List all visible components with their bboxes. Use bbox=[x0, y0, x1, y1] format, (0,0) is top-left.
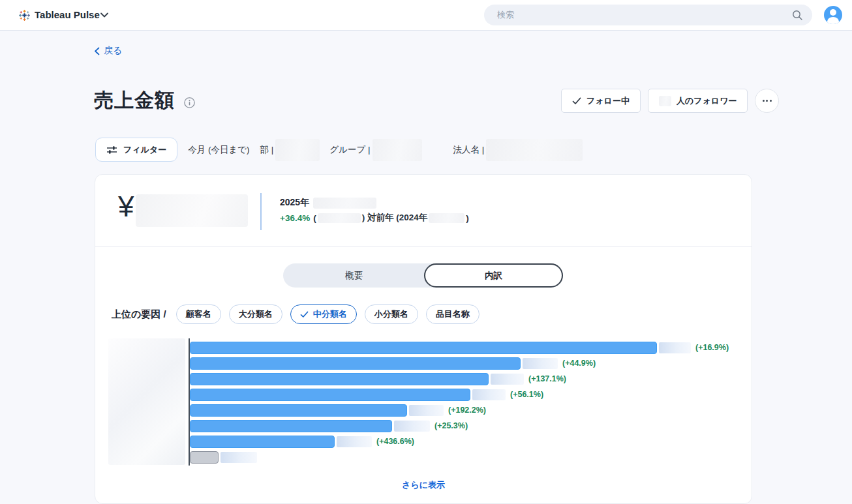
follow-button[interactable]: フォロー中 bbox=[561, 89, 641, 113]
redacted-filter-value bbox=[275, 139, 320, 161]
bar[interactable] bbox=[190, 404, 407, 417]
avatar-person-icon bbox=[830, 9, 836, 16]
bar-other[interactable] bbox=[190, 451, 219, 464]
bar-change-label: (+137.1%) bbox=[528, 374, 566, 383]
search-icon[interactable] bbox=[791, 9, 803, 21]
filter-field-label: 法人名 | bbox=[453, 144, 485, 156]
back-label: 戻る bbox=[104, 45, 122, 57]
search-placeholder: 検索 bbox=[497, 9, 791, 21]
change-percent: +36.4% bbox=[280, 213, 310, 223]
filter-field-label: 部 | bbox=[260, 144, 274, 156]
tableau-pulse-metric-page: Tableau Pulse 検索 戻る 売上金額 bbox=[0, 0, 852, 504]
redacted-bar-value bbox=[337, 436, 372, 447]
followers-button[interactable]: 人のフォロワー bbox=[648, 89, 748, 113]
bar-change-label: (+44.9%) bbox=[562, 359, 596, 368]
filter-field-label: グループ | bbox=[329, 144, 370, 156]
bar[interactable] bbox=[190, 342, 657, 354]
chip-item-name[interactable]: 品目名称 bbox=[426, 304, 479, 324]
chart-row: (+192.2%) bbox=[190, 402, 729, 418]
drivers-label: 上位の要因 / bbox=[112, 308, 166, 321]
chip-minor-category[interactable]: 小分類名 bbox=[365, 304, 418, 324]
comparison-text: ) 対前年 (2024年 bbox=[362, 212, 428, 224]
tableau-logo-icon bbox=[18, 9, 31, 22]
bar[interactable] bbox=[190, 436, 335, 448]
redacted-change-amount bbox=[318, 213, 361, 223]
filter-bar: フィルター 今月 (今日まで) 部 | グループ | 法人名 | bbox=[95, 138, 583, 162]
page-actions: フォロー中 人のフォロワー bbox=[561, 89, 779, 113]
show-more-link[interactable]: さらに表示 bbox=[95, 479, 752, 491]
bar[interactable] bbox=[190, 389, 470, 401]
bar[interactable] bbox=[190, 357, 521, 370]
tab-breakdown[interactable]: 内訳 bbox=[424, 263, 563, 288]
chip-customer-name[interactable]: 顧客名 bbox=[176, 304, 221, 324]
redacted-period-detail bbox=[313, 198, 376, 209]
redacted-bar-value bbox=[409, 405, 444, 416]
redacted-bar-value bbox=[394, 421, 430, 432]
breakdown-bar-chart: (+16.9%)(+44.9%)(+137.1%)(+56.1%)(+192.2… bbox=[108, 338, 735, 466]
chevron-left-icon bbox=[94, 47, 100, 55]
metric-change-line: +36.4% ( ) 対前年 (2024年 ) bbox=[280, 212, 469, 224]
bar-change-label: (+192.2%) bbox=[448, 406, 486, 415]
top-drivers-row: 上位の要因 / 顧客名 大分類名 中分類名 小分類名 bbox=[112, 304, 479, 324]
chart-row: (+137.1%) bbox=[190, 371, 729, 387]
metric-period-line: 2025年 bbox=[280, 197, 376, 209]
tab-overview[interactable]: 概要 bbox=[283, 263, 425, 288]
redacted-bar-value bbox=[523, 358, 558, 369]
page-title-row: 売上金額 bbox=[94, 87, 195, 114]
bar[interactable] bbox=[190, 420, 392, 432]
chip-major-category[interactable]: 大分類名 bbox=[229, 304, 282, 324]
card-divider bbox=[95, 246, 752, 247]
chevron-down-icon[interactable] bbox=[100, 12, 109, 18]
bar-change-label: (+16.9%) bbox=[695, 343, 729, 352]
follow-button-label: フォロー中 bbox=[586, 95, 630, 107]
chart-row: (+436.6%) bbox=[190, 434, 729, 449]
redacted-metric-value bbox=[136, 194, 248, 227]
sliders-icon bbox=[106, 145, 117, 155]
bar-change-label: (+25.3%) bbox=[434, 421, 468, 430]
comparison-close-paren: ) bbox=[466, 213, 469, 223]
ellipsis-icon bbox=[763, 100, 765, 102]
followers-button-label: 人のフォロワー bbox=[677, 95, 737, 107]
metric-year-label: 2025年 bbox=[280, 197, 309, 209]
chip-middle-category[interactable]: 中分類名 bbox=[290, 304, 357, 324]
chart-row: (+44.9%) bbox=[190, 355, 729, 371]
metric-card: ¥ 2025年 +36.4% ( ) 対前年 (2024年 ) 概要 内訳 上位… bbox=[95, 174, 752, 504]
redacted-filter-value bbox=[486, 139, 583, 161]
back-link[interactable]: 戻る bbox=[94, 45, 122, 57]
redacted-bar-value bbox=[659, 342, 691, 353]
check-icon bbox=[300, 311, 309, 318]
filter-button[interactable]: フィルター bbox=[95, 138, 177, 162]
app-title: Tableau Pulse bbox=[35, 0, 100, 30]
bar-change-label: (+56.1%) bbox=[510, 390, 543, 399]
redacted-follower-count bbox=[659, 96, 671, 106]
metric-currency-symbol: ¥ bbox=[118, 190, 134, 223]
chart-row: (+16.9%) bbox=[190, 340, 729, 355]
chart-row: (+56.1%) bbox=[190, 387, 729, 402]
chart-row: (+25.3%) bbox=[190, 418, 729, 434]
redacted-bar-value bbox=[221, 452, 257, 463]
more-options-button[interactable] bbox=[755, 89, 779, 113]
period-filter-label: 今月 (今日まで) bbox=[188, 144, 249, 156]
paren-open: ( bbox=[313, 213, 316, 223]
search-input[interactable]: 検索 bbox=[484, 5, 812, 25]
info-icon[interactable] bbox=[184, 97, 195, 108]
view-tabs: 概要 内訳 bbox=[283, 263, 563, 288]
check-icon bbox=[572, 97, 581, 105]
chart-row bbox=[190, 449, 729, 465]
redacted-category-labels bbox=[108, 338, 185, 465]
redacted-bar-value bbox=[472, 389, 506, 400]
app-header: Tableau Pulse 検索 bbox=[0, 0, 852, 31]
bar[interactable] bbox=[190, 373, 489, 385]
filter-button-label: フィルター bbox=[123, 144, 166, 156]
user-avatar[interactable] bbox=[824, 6, 842, 24]
page-title: 売上金額 bbox=[94, 87, 175, 114]
redacted-bar-value bbox=[491, 374, 524, 385]
redacted-filter-value bbox=[373, 139, 422, 161]
bar-rows: (+16.9%)(+44.9%)(+137.1%)(+56.1%)(+192.2… bbox=[190, 340, 729, 465]
dimension-chips: 顧客名 大分類名 中分類名 小分類名 品目名称 bbox=[176, 304, 479, 324]
redacted-comparison-amount bbox=[429, 213, 464, 223]
value-divider bbox=[260, 193, 262, 230]
bar-change-label: (+436.6%) bbox=[376, 437, 414, 446]
